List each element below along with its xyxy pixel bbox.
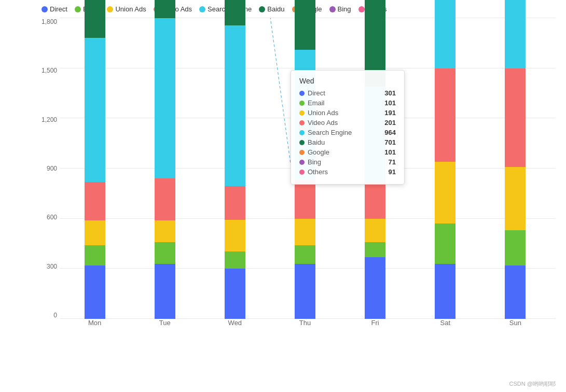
bar-segment-direct	[435, 264, 455, 319]
bar-segment-email	[85, 245, 105, 265]
bar-segment-email	[365, 242, 385, 257]
bar-segment-search-engine	[155, 18, 175, 178]
legend-dot	[259, 6, 265, 12]
bar-segment-baidu	[225, 0, 245, 25]
tooltip-dot	[299, 110, 305, 116]
x-axis-label-sun: Sun	[500, 319, 531, 327]
legend-dot	[75, 6, 81, 12]
bar-segment-direct	[225, 269, 245, 319]
x-axis-label-fri: Fri	[360, 319, 391, 327]
bar-segment-direct	[155, 264, 175, 319]
y-axis-label: 900	[36, 165, 57, 172]
legend-dot	[107, 6, 113, 12]
bar-segment-email	[295, 245, 315, 263]
tooltip-left: Baidu	[299, 138, 325, 146]
bar-segment-email	[435, 223, 455, 263]
bar-segment-union-ads	[365, 219, 385, 242]
bar-segment-direct	[295, 264, 315, 319]
bar-segment-union-ads	[295, 219, 315, 246]
tooltip-row: Email 101	[299, 99, 396, 107]
tooltip-row: Bing 71	[299, 158, 396, 166]
bar-segment-baidu	[155, 0, 175, 18]
tooltip-label: Email	[308, 99, 325, 107]
bar-segment-video-ads	[435, 68, 455, 162]
tooltip-value: 101	[384, 148, 396, 156]
tooltip-left: Video Ads	[299, 119, 338, 127]
tooltip-left: Bing	[299, 158, 321, 166]
tooltip-title: Wed	[299, 77, 396, 85]
tooltip-row: Direct 301	[299, 89, 396, 97]
tooltip-left: Direct	[299, 89, 325, 97]
x-axis-label-wed: Wed	[219, 319, 251, 327]
tooltip-value: 101	[384, 99, 396, 107]
bar-segment-baidu	[295, 0, 315, 50]
x-axis-label-mon: Mon	[79, 319, 111, 327]
tooltip-left: Email	[299, 99, 325, 107]
legend-item-bing: Bing	[329, 5, 351, 13]
bar-segment-video-ads	[295, 180, 315, 219]
bar-segment-direct	[505, 265, 526, 319]
bar-segment-union-ads	[155, 220, 175, 242]
day-group-mon	[85, 0, 105, 319]
legend-dot	[329, 6, 336, 12]
bar-segment-search-engine	[435, 0, 455, 68]
bar-segment-search-engine	[505, 0, 526, 68]
y-axis-label: 0	[36, 312, 57, 319]
legend-label: Direct	[50, 5, 67, 13]
legend-dot	[42, 6, 48, 12]
tooltip-label: Video Ads	[308, 119, 338, 127]
legend-label: Baidu	[267, 5, 284, 13]
bar-segment-baidu	[85, 0, 105, 38]
tooltip-dot	[299, 150, 305, 155]
x-axis-label-thu: Thu	[289, 319, 321, 327]
bar-segment-search-engine	[225, 25, 245, 187]
bar-segment-email	[505, 230, 526, 265]
legend-label: Union Ads	[115, 5, 146, 13]
stacked-bar-sun	[505, 0, 526, 319]
tooltip-left: Others	[299, 168, 328, 176]
y-axis-label: 600	[36, 214, 57, 221]
tooltip-value: 301	[384, 89, 396, 97]
x-axis-label-tue: Tue	[149, 319, 181, 327]
tooltip-dot	[299, 101, 305, 106]
legend-item-baidu: Baidu	[259, 5, 284, 13]
legend-dot	[358, 6, 365, 12]
bar-segment-video-ads	[225, 186, 245, 220]
day-group-sun	[505, 0, 526, 319]
tooltip-label: Others	[308, 168, 328, 176]
tooltip-box: Wed Direct 301 Email 101 Union Ads 191 V…	[291, 70, 405, 185]
tooltip-label: Direct	[308, 89, 325, 97]
bar-segment-video-ads	[155, 178, 175, 220]
bar-segment-union-ads	[505, 167, 526, 230]
tooltip-label: Union Ads	[308, 109, 338, 117]
bar-segment-union-ads	[85, 220, 105, 245]
bar-segment-direct	[365, 257, 385, 319]
bar-segment-video-ads	[365, 182, 385, 219]
stacked-bar-mon	[85, 0, 105, 319]
tooltip-row: Search Engine 964	[299, 129, 396, 136]
y-axis-label: 300	[36, 263, 57, 270]
tooltip-row: Google 101	[299, 148, 396, 156]
watermark: CSDN @哟哟耶耶	[509, 380, 556, 388]
stacked-bar-wed	[225, 0, 245, 319]
bar-segment-email	[225, 251, 245, 269]
stacked-bar-sat	[435, 0, 455, 319]
tooltip-left: Google	[299, 148, 329, 156]
tooltip-value: 71	[389, 158, 396, 166]
tooltip-value: 201	[384, 119, 396, 127]
tooltip-left: Union Ads	[299, 109, 338, 117]
tooltip-value: 191	[384, 109, 396, 117]
bar-segment-video-ads	[85, 182, 105, 220]
bar-segment-email	[155, 242, 175, 264]
tooltip-label: Search Engine	[308, 129, 352, 136]
y-axis-label: 1,500	[36, 67, 57, 74]
bar-segment-video-ads	[505, 68, 526, 167]
tooltip-dot	[299, 170, 305, 175]
legend-label: Bing	[338, 5, 351, 13]
day-group-sat	[435, 0, 455, 319]
bar-segment-search-engine	[85, 38, 105, 182]
bar-segment-union-ads	[225, 220, 245, 252]
tooltip-value: 964	[384, 129, 396, 136]
tooltip-dot	[299, 160, 305, 165]
tooltip-row: Video Ads 201	[299, 119, 396, 127]
